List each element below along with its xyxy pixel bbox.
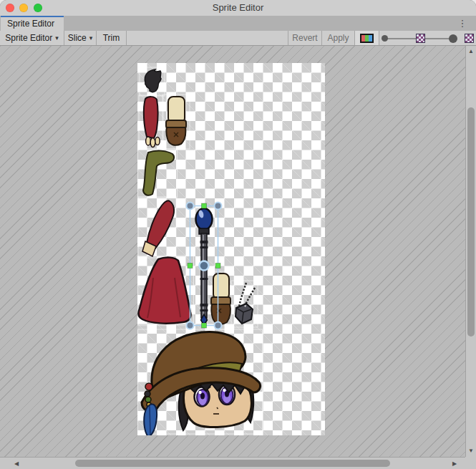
sprite-red-sleeve-with-hand[interactable] xyxy=(144,97,160,147)
scroll-left-icon[interactable]: ◀ xyxy=(14,461,19,467)
scroll-right-icon[interactable]: ▶ xyxy=(452,461,457,467)
sprite-atlas-art xyxy=(137,63,325,435)
revert-button-label: Revert xyxy=(292,33,317,43)
selection-handle[interactable] xyxy=(187,322,194,329)
selection-handle[interactable] xyxy=(202,203,207,208)
scroll-up-icon[interactable]: ▲ xyxy=(468,49,474,54)
chevron-down-icon: ▾ xyxy=(89,34,93,42)
sprite-character-head-with-wizard-hat[interactable] xyxy=(142,332,261,435)
trim-button-label: Trim xyxy=(103,33,120,43)
titlebar[interactable]: Sprite Editor xyxy=(0,0,476,16)
sprite-hair-tuft[interactable] xyxy=(145,69,161,92)
scrollbar-corner xyxy=(465,457,476,469)
texture-atlas[interactable] xyxy=(137,63,325,435)
revert-button[interactable]: Revert xyxy=(288,31,321,45)
checkerboard-mip-icon xyxy=(465,34,474,43)
rgb-channels-icon xyxy=(360,34,374,43)
slice-dropdown-label: Slice xyxy=(68,33,87,43)
sprite-green-cape-piece[interactable] xyxy=(143,151,174,195)
tab-bar: Sprite Editor ⋮ xyxy=(0,16,476,32)
window-title: Sprite Editor xyxy=(0,0,476,16)
toolbar: Sprite Editor ▾ Slice ▾ Trim Revert Appl… xyxy=(0,31,476,46)
checkerboard-mip-icon xyxy=(416,34,425,43)
apply-button-label: Apply xyxy=(327,33,349,43)
tab-overflow-menu-icon[interactable]: ⋮ xyxy=(457,16,468,30)
zoom-slider-handle[interactable] xyxy=(449,34,457,43)
sprite-boot[interactable] xyxy=(166,97,186,145)
zoom-dot-icon xyxy=(382,35,388,42)
sprite-boot[interactable] xyxy=(211,274,230,324)
vertical-scrollbar[interactable]: ▲ ▼ xyxy=(465,46,476,457)
selection-handle[interactable] xyxy=(215,203,222,210)
zoom-mip-sliders xyxy=(379,31,476,45)
chevron-down-icon: ▾ xyxy=(55,34,59,42)
toolbar-spacer xyxy=(127,31,288,45)
trim-button[interactable]: Trim xyxy=(97,31,126,45)
rgb-alpha-toggle-button[interactable] xyxy=(355,31,379,45)
sprite-red-sleeve[interactable] xyxy=(142,200,174,256)
sprite-editor-dropdown[interactable]: Sprite Editor ▾ xyxy=(0,31,64,45)
vertical-scrollbar-thumb[interactable] xyxy=(467,107,475,337)
scroll-down-icon[interactable]: ▼ xyxy=(468,448,474,454)
selection-handle[interactable] xyxy=(215,322,222,329)
selection-handle[interactable] xyxy=(187,203,194,210)
sprite-pendant-necklace[interactable] xyxy=(235,283,255,324)
horizontal-scrollbar-thumb[interactable] xyxy=(75,460,390,467)
slice-dropdown[interactable]: Slice ▾ xyxy=(64,31,96,45)
horizontal-scrollbar[interactable]: ◀ ▶ xyxy=(0,457,465,469)
sprite-red-robe-skirt[interactable] xyxy=(138,258,190,324)
selection-handle[interactable] xyxy=(215,263,220,269)
selection-handle[interactable] xyxy=(188,263,193,269)
tab-sprite-editor[interactable]: Sprite Editor xyxy=(1,16,64,31)
apply-button[interactable]: Apply xyxy=(322,31,354,45)
selection-pivot-handle[interactable] xyxy=(200,261,209,271)
sprite-editor-dropdown-label: Sprite Editor xyxy=(5,33,52,43)
sprite-editor-window: Sprite Editor Sprite Editor ⋮ Sprite Edi… xyxy=(0,0,476,469)
selection-handle[interactable] xyxy=(202,323,207,328)
